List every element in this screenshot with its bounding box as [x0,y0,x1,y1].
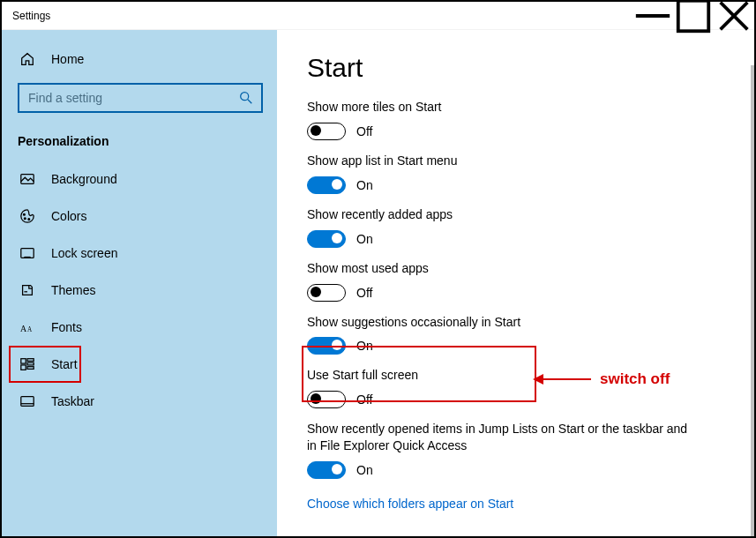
toggle-most-used[interactable] [307,284,346,302]
page-title: Start [307,53,730,83]
window-title: Settings [12,10,50,22]
titlebar: Settings [2,2,754,30]
svg-point-4 [241,93,249,101]
sidebar-section-label: Personalization [2,116,277,162]
themes-icon [19,282,35,298]
toggle-state: On [356,463,373,477]
sidebar-item-label: Fonts [51,320,82,334]
toggle-state: On [356,232,373,246]
sidebar-item-label: Colors [51,209,86,223]
fonts-icon: AA [19,319,35,335]
svg-line-5 [248,100,252,104]
sidebar-item-taskbar[interactable]: Taskbar [2,385,277,418]
scrollbar[interactable] [751,65,754,536]
svg-point-7 [24,213,26,215]
svg-point-9 [28,219,30,220]
svg-point-8 [24,218,26,220]
toggle-jump-lists[interactable] [307,461,346,479]
svg-text:A: A [27,326,33,333]
sidebar: Home Personalization Background [2,30,277,536]
svg-text:A: A [20,324,27,333]
setting-most-used: Show most used apps Off [307,260,730,302]
setting-jump-lists: Show recently opened items in Jump Lists… [307,421,730,479]
toggle-more-tiles[interactable] [307,123,346,140]
sidebar-item-label: Background [51,172,117,186]
sidebar-item-themes[interactable]: Themes [2,273,277,307]
lock-screen-icon [19,245,35,261]
toggle-state: Off [356,286,372,300]
nav-home-label: Home [51,52,84,66]
toggle-recently-added[interactable] [307,230,346,248]
maximize-button[interactable] [673,2,714,30]
link-choose-folders[interactable]: Choose which folders appear on Start [307,497,513,511]
search-icon [238,90,254,106]
search-box[interactable] [18,83,263,113]
annotation-highlight-suggestions [302,346,536,402]
annotation-text: switch off [600,370,670,388]
minimize-button[interactable] [632,2,673,30]
sidebar-item-background[interactable]: Background [2,162,277,196]
settings-window: Settings Home [0,0,756,538]
close-button[interactable] [714,2,754,30]
annotation-arrow: switch off [543,370,670,388]
setting-recently-added: Show recently added apps On [307,206,730,248]
setting-label: Show suggestions occasionally in Start [307,314,730,331]
annotation-highlight-start [9,346,81,383]
svg-rect-10 [21,249,34,258]
sidebar-item-fonts[interactable]: AA Fonts [2,310,277,344]
setting-app-list: Show app list in Start menu On [307,153,730,194]
sidebar-item-start[interactable]: Start [2,347,277,381]
sidebar-item-lockscreen[interactable]: Lock screen [2,236,277,270]
setting-label: Show recently added apps [307,206,730,223]
content-panel: Start Show more tiles on Start Off Show … [277,30,754,536]
sidebar-item-label: Taskbar [51,394,94,408]
svg-rect-19 [21,397,34,407]
sidebar-item-label: Themes [51,283,96,297]
setting-label: Show more tiles on Start [307,99,730,116]
svg-rect-1 [678,0,709,31]
sidebar-item-colors[interactable]: Colors [2,199,277,233]
search-input[interactable] [28,91,238,105]
setting-label: Show app list in Start menu [307,153,730,169]
home-icon [19,51,35,67]
palette-icon [19,208,35,224]
nav-home[interactable]: Home [2,42,277,76]
toggle-state: On [356,178,373,192]
taskbar-icon [19,393,35,409]
setting-more-tiles: Show more tiles on Start Off [307,99,730,140]
setting-label: Show recently opened items in Jump Lists… [307,421,695,454]
picture-icon [19,171,35,187]
sidebar-item-label: Lock screen [51,246,117,260]
toggle-state: Off [356,124,372,138]
setting-label: Show most used apps [307,260,730,277]
toggle-app-list[interactable] [307,176,346,194]
